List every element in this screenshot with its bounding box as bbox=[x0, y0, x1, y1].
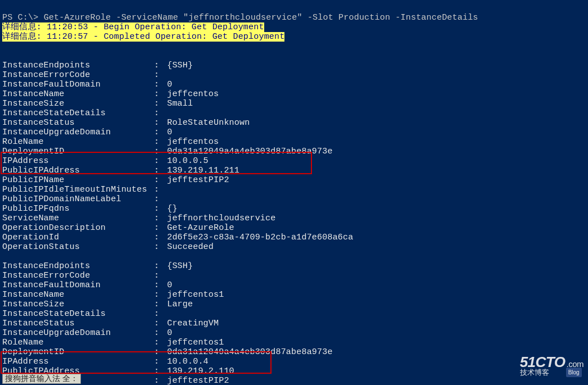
prompt: PS C:\> Get-AzureRole -ServiceName "jeff… bbox=[2, 13, 478, 22]
output-block-1: InstanceEndpoints: {SSH} InstanceErrorCo… bbox=[2, 61, 353, 252]
verbose-line-2: 详细信息: 11:20:57 - Completed Operation: Ge… bbox=[2, 32, 284, 42]
output-block-2: InstanceEndpoints: {SSH} InstanceErrorCo… bbox=[2, 261, 333, 385]
powershell-terminal[interactable]: PS C:\> Get-AzureRole -ServiceName "jeff… bbox=[0, 0, 588, 385]
ime-bar: 搜狗拼音输入法 全： bbox=[2, 374, 81, 384]
verbose-line-1: 详细信息: 11:20:53 - Begin Operation: Get De… bbox=[2, 22, 264, 32]
